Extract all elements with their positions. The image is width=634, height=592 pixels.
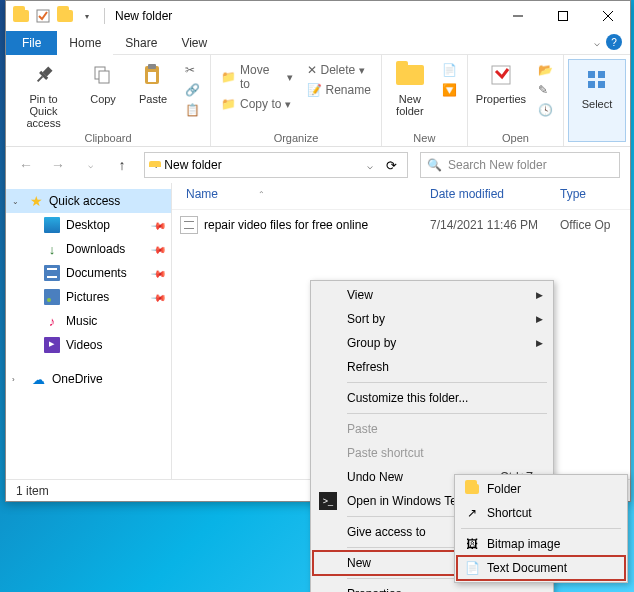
ctx-label: Group by — [347, 336, 396, 350]
view-tab[interactable]: View — [169, 31, 219, 55]
ctx-new-folder[interactable]: Folder — [457, 477, 625, 501]
qat-dropdown-icon[interactable]: ▾ — [78, 7, 96, 25]
copy-button[interactable]: Copy — [79, 57, 127, 107]
sidebar-item-quick-access[interactable]: ⌄ ★ Quick access — [6, 189, 171, 213]
terminal-icon: >_ — [319, 492, 337, 510]
separator — [347, 413, 547, 414]
move-to-button[interactable]: 📁Move to ▾ — [215, 61, 298, 93]
close-button[interactable] — [585, 1, 630, 31]
address-bar[interactable]: › New folder ⌵ ⟳ — [144, 152, 408, 178]
search-box[interactable]: 🔍 Search New folder — [420, 152, 620, 178]
ctx-sort-by[interactable]: Sort by▶ — [313, 307, 551, 331]
chevron-right-icon[interactable]: › — [12, 375, 24, 384]
search-placeholder: Search New folder — [448, 158, 547, 172]
forward-button[interactable]: → — [48, 157, 68, 173]
ctx-new-bitmap[interactable]: 🖼Bitmap image — [457, 532, 625, 556]
delete-button[interactable]: ✕Delete ▾ — [301, 61, 377, 79]
select-label: Select — [582, 98, 613, 110]
paste-button[interactable]: Paste — [129, 57, 177, 107]
qat-checkbox-icon[interactable] — [34, 7, 52, 25]
minimize-button[interactable] — [495, 1, 540, 31]
ctx-label: Paste — [347, 422, 378, 436]
col-name-label: Name — [186, 187, 218, 201]
move-label: Move to — [240, 63, 282, 91]
column-type[interactable]: Type — [560, 187, 620, 201]
pin-icon — [28, 59, 60, 91]
sidebar-item-downloads[interactable]: ↓Downloads📌 — [6, 237, 171, 261]
ctx-label: Give access to — [347, 525, 426, 539]
copy-to-button[interactable]: 📁Copy to ▾ — [215, 95, 298, 113]
open-button[interactable]: 📂 — [532, 61, 559, 79]
paste-icon — [137, 59, 169, 91]
bitmap-icon: 🖼 — [463, 535, 481, 553]
new-small-buttons: 📄 🔽 — [436, 57, 463, 99]
delete-label: Delete — [321, 63, 356, 77]
svg-rect-2 — [558, 12, 567, 21]
address-dropdown-icon[interactable]: ⌵ — [367, 160, 373, 171]
open-icon: 📂 — [538, 63, 553, 77]
copyto-label: Copy to — [240, 97, 281, 111]
address-path[interactable]: New folder — [164, 158, 221, 172]
ctx-view[interactable]: View▶ — [313, 283, 551, 307]
ctx-label: Bitmap image — [487, 537, 560, 551]
file-tab[interactable]: File — [6, 31, 57, 55]
chevron-right-icon: ▶ — [536, 290, 543, 300]
new-item-button[interactable]: 📄 — [436, 61, 463, 79]
column-name[interactable]: Name⌃ — [186, 187, 430, 201]
share-tab[interactable]: Share — [113, 31, 169, 55]
document-icon — [180, 216, 198, 234]
clipboard-group-label: Clipboard — [10, 132, 206, 146]
chevron-down-icon[interactable]: ⌄ — [12, 197, 24, 206]
rename-label: Rename — [326, 83, 371, 97]
ctx-new-text-document[interactable]: 📄Text Document — [457, 556, 625, 580]
up-button[interactable]: ↑ — [112, 157, 132, 173]
sidebar-item-desktop[interactable]: Desktop📌 — [6, 213, 171, 237]
ctx-properties[interactable]: Properties — [313, 582, 551, 592]
ribbon-group-clipboard: Pin to Quick access Copy Paste ✂ 🔗 📋 Cli… — [6, 55, 211, 146]
ribbon-collapse-icon[interactable]: ⌵ — [594, 37, 600, 48]
copy-path-button[interactable]: 🔗 — [179, 81, 206, 99]
select-button[interactable]: Select — [573, 62, 621, 112]
paste-label: Paste — [139, 93, 167, 105]
history-button[interactable]: 🕓 — [532, 101, 559, 119]
svg-rect-11 — [148, 64, 156, 69]
sidebar-item-onedrive[interactable]: ›☁OneDrive — [6, 367, 171, 391]
rename-button[interactable]: 📝Rename — [301, 81, 377, 99]
easy-access-button[interactable]: 🔽 — [436, 81, 463, 99]
sidebar-item-documents[interactable]: Documents📌 — [6, 261, 171, 285]
navigation-bar: ← → ⌵ ↑ › New folder ⌵ ⟳ 🔍 Search New fo… — [6, 147, 630, 183]
sidebar-item-pictures[interactable]: Pictures📌 — [6, 285, 171, 309]
edit-button[interactable]: ✎ — [532, 81, 559, 99]
delete-icon: ✕ — [307, 63, 317, 77]
easy-access-icon: 🔽 — [442, 83, 457, 97]
help-icon[interactable]: ? — [606, 34, 622, 50]
sidebar-item-videos[interactable]: Videos — [6, 333, 171, 357]
refresh-button[interactable]: ⟳ — [379, 158, 403, 173]
properties-button[interactable]: Properties — [472, 57, 530, 107]
pin-icon: 📌 — [151, 217, 167, 233]
column-date[interactable]: Date modified — [430, 187, 560, 201]
back-button[interactable]: ← — [16, 157, 36, 173]
paste-shortcut-button[interactable]: 📋 — [179, 101, 206, 119]
edit-icon: ✎ — [538, 83, 548, 97]
file-row[interactable]: repair video files for free online 7/14/… — [172, 210, 630, 240]
menubar: File Home Share View ⌵ ? — [6, 31, 630, 55]
ctx-refresh[interactable]: Refresh — [313, 355, 551, 379]
recent-dropdown[interactable]: ⌵ — [80, 160, 100, 170]
file-date: 7/14/2021 11:46 PM — [430, 218, 560, 232]
sidebar-item-music[interactable]: ♪Music — [6, 309, 171, 333]
ctx-group-by[interactable]: Group by▶ — [313, 331, 551, 355]
ctx-new-shortcut[interactable]: ↗Shortcut — [457, 501, 625, 525]
maximize-button[interactable] — [540, 1, 585, 31]
pin-to-quick-access-button[interactable]: Pin to Quick access — [10, 57, 77, 131]
history-icon: 🕓 — [538, 103, 553, 117]
shortcut-icon: ↗ — [463, 504, 481, 522]
separator — [347, 382, 547, 383]
sidebar-label: OneDrive — [52, 372, 103, 386]
onedrive-icon: ☁ — [30, 371, 46, 387]
new-group-label: New — [386, 132, 463, 146]
ctx-customize[interactable]: Customize this folder... — [313, 386, 551, 410]
home-tab[interactable]: Home — [57, 31, 113, 55]
new-folder-button[interactable]: New folder — [386, 57, 434, 119]
cut-button[interactable]: ✂ — [179, 61, 206, 79]
